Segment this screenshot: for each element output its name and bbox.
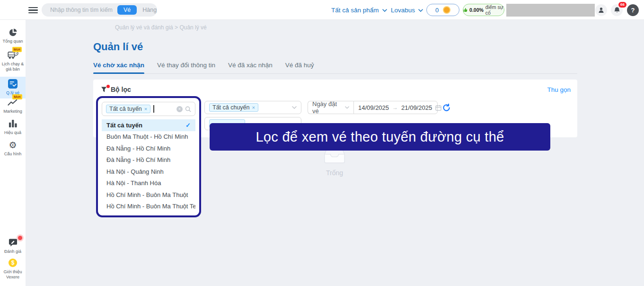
date-filter-group: Ngày đặt vé 14/09/2025 → 21/09/2025 (308, 101, 438, 114)
empty-state-label: Trống (311, 169, 358, 177)
segment-goods-button[interactable]: Hàng (137, 5, 162, 15)
filter-title: Bộ lọc (111, 86, 131, 93)
coin-icon (443, 6, 450, 14)
sidebar-item-lich-chay[interactable]: Mới Lịch chạy & giá bán (0, 50, 26, 72)
thumbs-up-icon (463, 7, 468, 13)
trend-up-icon: Mới (8, 98, 18, 107)
date-from[interactable]: 14/09/2025 (358, 104, 389, 111)
notification-count-badge: 66 (618, 2, 626, 8)
global-search[interactable]: Nhập thông tin tìm kiếm Vé Hàng (42, 3, 157, 17)
coin-count: 0 (435, 7, 439, 14)
date-type-select[interactable]: Ngày đặt vé (308, 101, 353, 114)
sidebar-item-cau-hinh[interactable]: ⚙ Cấu hình (0, 140, 26, 157)
sidebar-item-danh-gia[interactable]: Đánh giá (0, 238, 26, 254)
gear-icon: ⚙ (9, 140, 17, 150)
search-icon (185, 106, 191, 112)
hamburger-menu-icon[interactable] (28, 7, 38, 15)
empty-state: Trống (311, 147, 358, 177)
route-option[interactable]: Buôn Ma Thuột - Hồ Chí Minh (102, 131, 195, 143)
bar-chart-icon (9, 119, 18, 128)
date-to[interactable]: 21/09/2025 (401, 104, 432, 111)
company-dropdown[interactable]: Lovabus (391, 7, 423, 14)
incident-percent: 0.00% (469, 7, 484, 13)
route-option[interactable]: Hà Nội - Quảng Ninh (102, 166, 195, 178)
chevron-down-icon (292, 106, 297, 109)
sidebar-item-gioi-thieu-vexere[interactable]: $ Giới thiệu Vexere (0, 258, 26, 280)
tag-close-icon[interactable]: × (252, 105, 255, 110)
route-option[interactable]: Đà Nẵng - Hồ Chí Minh (102, 154, 195, 166)
route-filter-tag: Tất cả tuyến × (106, 105, 150, 113)
tab-ve-thay-doi-thong-tin[interactable]: Vé thay đổi thông tin (157, 62, 215, 69)
pie-chart-icon (9, 27, 18, 37)
redacted-account-name (506, 4, 595, 17)
search-input[interactable]: Nhập thông tin tìm kiếm (50, 7, 113, 13)
user-profile-button[interactable] (595, 4, 607, 16)
review-icon (9, 238, 18, 247)
route-option[interactable]: Hồ Chí Minh - Buôn Ma Thuột (102, 189, 195, 201)
route-filter-highlight: Tất cả tuyến × × Tất cả tuyến ✓ Buôn Ma … (96, 96, 201, 217)
range-arrow-icon: → (392, 104, 398, 111)
trip-filter-select[interactable]: Tất cả chuyến × (204, 101, 301, 114)
chevron-down-icon (418, 9, 423, 12)
tour-tooltip-banner: Lọc để xem vé theo tuyến đường cụ thể (210, 123, 550, 151)
refresh-button[interactable] (442, 104, 450, 114)
product-dropdown[interactable]: Tất cả sản phẩm (331, 7, 387, 14)
tag-close-icon[interactable]: × (144, 106, 147, 112)
route-option[interactable]: Hồ Chí Minh - Buôn Ma Thuột Test (102, 201, 195, 213)
tab-ve-cho-xac-nhan[interactable]: Vé chờ xác nhận (93, 62, 144, 69)
tab-ve-da-huy[interactable]: Vé đã huỷ (285, 62, 314, 69)
sidebar: Tổng quan Mới Lịch chạy & giá bán Q.lý v… (0, 20, 26, 286)
breadcrumb: Quản lý vé và đánh giá > Quản lý vé (115, 24, 207, 31)
sidebar-item-hieu-qua[interactable]: Hiệu quả (0, 119, 26, 135)
topbar: Nhập thông tin tìm kiếm Vé Hàng Tất cả s… (0, 0, 644, 20)
person-icon (598, 7, 604, 13)
notification-dot (18, 236, 22, 240)
new-badge: Mới (12, 47, 22, 52)
date-range-picker[interactable]: 14/09/2025 → 21/09/2025 (353, 101, 438, 114)
help-button[interactable]: ? (627, 4, 639, 16)
chevron-down-icon (382, 9, 387, 12)
sidebar-item-tong-quan[interactable]: Tổng quan (0, 27, 26, 44)
bus-schedule-icon: Mới (8, 50, 18, 60)
clear-icon[interactable]: × (176, 106, 183, 112)
question-mark-icon: ? (631, 7, 635, 14)
ticket-tabs: Vé chờ xác nhận Vé thay đổi thông tin Vé… (93, 62, 577, 74)
chevron-down-icon (345, 106, 349, 109)
new-badge: Mới (12, 94, 22, 99)
route-option[interactable]: Hà Nội - Thanh Hóa (102, 178, 195, 189)
route-option[interactable]: Tất cả tuyến ✓ (102, 119, 195, 131)
app-screen: Nhập thông tin tìm kiếm Vé Hàng Tất cả s… (0, 0, 644, 286)
check-icon: ✓ (185, 122, 191, 129)
incident-label: điểm sự cố (485, 4, 504, 16)
collapse-filter-link[interactable]: Thu gọn (547, 86, 571, 93)
segment-ticket-button[interactable]: Vé (117, 5, 137, 15)
route-filter-select[interactable]: Tất cả tuyến × × (102, 102, 195, 116)
dollar-icon: $ (9, 258, 17, 268)
filter-funnel-icon (101, 86, 108, 93)
refresh-icon (442, 104, 450, 112)
route-dropdown-panel: Tất cả tuyến ✓ Buôn Ma Thuột - Hồ Chí Mi… (102, 119, 195, 212)
text-cursor (153, 105, 154, 113)
tab-ve-da-xac-nhan[interactable]: Vé đã xác nhận (228, 62, 273, 69)
calendar-icon (435, 105, 441, 111)
notifications-button[interactable]: 66 (611, 4, 623, 16)
filter-header: Bộ lọc (101, 86, 131, 93)
incident-score-pill[interactable]: 0.00% điểm sự cố (463, 4, 504, 16)
page-title: Quản lí vé (93, 41, 143, 53)
trip-filter-tag: Tất cả chuyến × (209, 103, 258, 112)
bell-icon (614, 7, 620, 14)
coin-balance-pill[interactable]: 0 (426, 4, 459, 16)
route-option[interactable]: Đà Nẵng - Hồ Chí Minh (102, 143, 195, 154)
ticket-list-icon (8, 79, 18, 89)
sidebar-item-marketing[interactable]: Mới Marketing (0, 98, 26, 114)
